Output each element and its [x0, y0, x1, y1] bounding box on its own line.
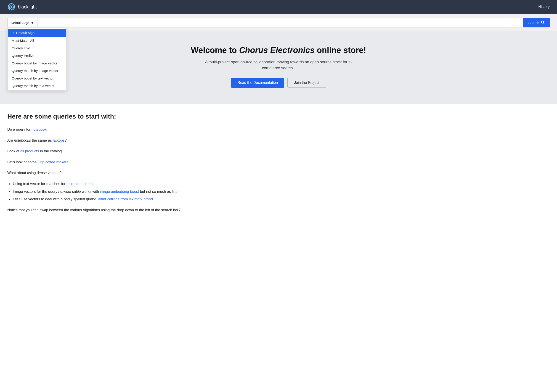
bullet-network-prefix: Image vectors for the query — [13, 190, 58, 194]
bullet-network-middle: works with — [81, 190, 100, 194]
laptops-link[interactable]: laptops — [53, 139, 65, 142]
para-notebook: Do a query for notebook. — [7, 127, 189, 132]
bullet-network-suffix: but not so much as — [139, 190, 172, 194]
algo-option[interactable]: Must Match All — [8, 37, 66, 44]
hero-title-italic: Chorus Electronics — [239, 45, 315, 55]
bullet-toner-suffix: . — [153, 197, 154, 201]
bullet-network: Image vectors for the query network cabl… — [13, 189, 189, 195]
hero-title: Welcome to Chorus Electronics online sto… — [7, 45, 550, 55]
search-button[interactable]: Search — [523, 18, 550, 27]
all-products-link[interactable]: all products — [20, 149, 39, 153]
brand-logo-icon — [7, 3, 16, 11]
brand-name: blacklight — [18, 4, 37, 10]
algo-dropdown-menu: ✓ Default AlgoMust Match AllQuerqy LiveQ… — [7, 28, 67, 91]
algo-option[interactable]: Querqy boost by text vector — [8, 74, 66, 82]
read-docs-button[interactable]: Read the Documentation — [231, 78, 284, 88]
algo-option[interactable]: Querqy Live — [8, 44, 66, 52]
svg-line-15 — [543, 23, 544, 24]
para-drip-suffix: . — [68, 160, 69, 164]
filter-link[interactable]: filter — [172, 190, 179, 194]
join-project-button[interactable]: Join the Project — [287, 78, 326, 88]
drip-link[interactable]: Drip coffee makers — [38, 160, 68, 164]
chevron-down-icon: ▼ — [31, 21, 34, 25]
svg-point-13 — [10, 6, 12, 8]
svg-line-12 — [13, 8, 14, 9]
svg-line-10 — [13, 5, 14, 6]
hero-title-suffix: online store! — [315, 45, 366, 55]
hero-subtitle: A multi-project open-source collaboratio… — [198, 59, 359, 71]
bullet-toner-prefix: Let's use vectors to deal with a badly s… — [13, 197, 97, 201]
navbar: blacklight History — [0, 0, 557, 14]
bullet-projector-prefix: Using text vector for matches for — [13, 182, 66, 186]
para-all-products-suffix: in the catalog. — [39, 149, 63, 153]
algo-option[interactable]: Querqy boost by image vector — [8, 59, 66, 67]
svg-line-9 — [9, 5, 10, 6]
hero-buttons: Read the Documentation Join the Project — [7, 78, 550, 88]
svg-line-11 — [9, 8, 10, 9]
algo-option[interactable]: Querqy match by image vector — [8, 67, 66, 74]
para-laptops-prefix: Are — [7, 139, 14, 142]
notebook-link[interactable]: notebook — [32, 127, 47, 131]
para-notebook-suffix: . — [47, 127, 48, 131]
queries-heading: Here are some queries to start with: — [7, 113, 189, 120]
para-dense-vectors: What about using dense vectors? — [7, 170, 189, 176]
search-button-label: Search — [528, 21, 539, 25]
para-notebook-prefix: Do a query for — [7, 127, 32, 131]
para-laptops: Are notebooks the same as laptops? — [7, 138, 189, 143]
para-laptops-suffix: ? — [65, 139, 67, 142]
algo-dropdown-wrapper: Default Algo ▼ ✓ Default AlgoMust Match … — [7, 18, 37, 27]
bullet-network-suffix2: . — [179, 190, 180, 194]
algo-option[interactable]: Querqy match by text vector — [8, 82, 66, 90]
algo-dropdown-selected-label: Default Algo — [11, 21, 29, 25]
bullet-projector-suffix: . — [92, 182, 93, 186]
projector-screen-link[interactable]: projector screen — [66, 182, 93, 186]
para-drip: Let's look at some Drip coffee makers. — [7, 159, 189, 165]
notebooks-italic: notebooks — [14, 139, 31, 142]
search-input[interactable] — [37, 18, 524, 27]
search-icon — [541, 21, 545, 25]
image-embedding-link[interactable]: image embedding boost — [100, 190, 139, 194]
hero-section: Welcome to Chorus Electronics online sto… — [0, 32, 557, 104]
history-link[interactable]: History — [538, 5, 550, 9]
bullets-list: Using text vector for matches for projec… — [13, 181, 189, 202]
search-bar-area: Default Algo ▼ ✓ Default AlgoMust Match … — [0, 14, 557, 32]
para-swap-algos: Notice that you can swap between the var… — [7, 207, 189, 213]
content-section: Here are some queries to start with: Do … — [0, 104, 197, 232]
brand: blacklight — [7, 3, 37, 11]
toner-link[interactable]: Toner catrdge from leximark brand — [97, 197, 153, 201]
bullet-toner: Let's use vectors to deal with a badly s… — [13, 196, 189, 202]
algo-option[interactable]: Querqy Prelive — [8, 52, 66, 59]
bullet-projector: Using text vector for matches for projec… — [13, 181, 189, 187]
algo-option[interactable]: ✓ Default Algo — [8, 29, 66, 37]
para-drip-prefix: Let's look at some — [7, 160, 38, 164]
network-cable-italic: network cable — [58, 190, 81, 194]
hero-title-prefix: Welcome to — [191, 45, 239, 55]
algo-dropdown-button[interactable]: Default Algo ▼ — [7, 18, 37, 27]
para-laptops-middle: the same as — [31, 139, 53, 142]
para-all-products: Look at all products in the catalog. — [7, 148, 189, 154]
para-all-products-prefix: Look at — [7, 149, 20, 153]
